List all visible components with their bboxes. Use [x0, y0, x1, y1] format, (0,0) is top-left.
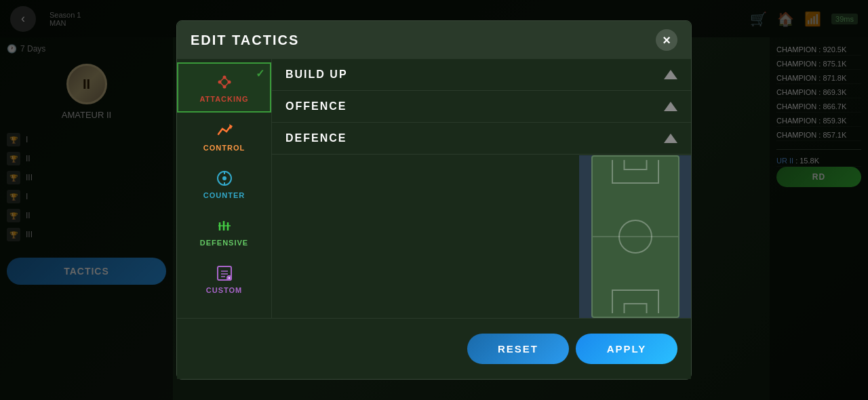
modal-body: ATTACKING CONTROL — [177, 59, 691, 318]
option-defence-label: DEFENCE — [285, 132, 347, 144]
apply-button[interactable]: APPLY — [576, 334, 677, 364]
content-area — [272, 155, 579, 318]
control-label: CONTROL — [203, 144, 245, 152]
buildup-expand-icon[interactable] — [664, 70, 677, 79]
edit-tactics-modal: EDIT TACTICS × — [176, 20, 692, 380]
custom-icon — [214, 263, 235, 283]
tactic-control[interactable]: CONTROL — [177, 113, 271, 160]
reset-button[interactable]: RESET — [467, 334, 569, 364]
option-offence[interactable]: OFFENCE — [272, 91, 691, 123]
attacking-icon — [214, 72, 235, 92]
tactics-panel: ATTACKING CONTROL — [177, 59, 272, 318]
counter-label: COUNTER — [203, 191, 245, 199]
bottom-goal-box — [623, 303, 647, 313]
field-preview-area — [272, 155, 691, 318]
svg-point-10 — [222, 176, 226, 180]
defensive-label: DEFENSIVE — [200, 239, 248, 247]
control-icon — [214, 121, 235, 141]
modal-title: EDIT TACTICS — [191, 33, 299, 48]
options-panel: BUILD UP OFFENCE DEFENCE — [272, 59, 691, 155]
svg-line-5 — [224, 77, 229, 82]
modal-header: EDIT TACTICS × — [177, 21, 691, 59]
tactic-custom[interactable]: CUSTOM — [177, 255, 271, 302]
counter-icon — [214, 168, 235, 188]
svg-line-6 — [220, 82, 224, 87]
top-goal-box — [623, 160, 647, 170]
option-buildup-label: BUILD UP — [285, 68, 348, 81]
modal-footer: RESET APPLY — [177, 318, 691, 379]
tactic-attacking[interactable]: ATTACKING — [177, 62, 271, 113]
tactic-defensive[interactable]: DEFENSIVE — [177, 207, 271, 255]
right-options-area: BUILD UP OFFENCE DEFENCE — [272, 59, 691, 318]
option-offence-label: OFFENCE — [285, 100, 347, 113]
defence-expand-icon[interactable] — [664, 134, 677, 143]
option-defence[interactable]: DEFENCE — [272, 123, 691, 155]
close-button[interactable]: × — [656, 29, 677, 51]
custom-label: CUSTOM — [206, 286, 242, 294]
svg-line-4 — [220, 77, 224, 82]
center-circle — [618, 220, 652, 254]
modal-overlay: EDIT TACTICS × — [0, 0, 868, 400]
tactic-counter[interactable]: COUNTER — [177, 160, 271, 207]
defensive-icon — [214, 216, 235, 236]
field-preview — [579, 155, 691, 318]
soccer-field — [591, 155, 679, 318]
option-build-up[interactable]: BUILD UP — [272, 59, 691, 91]
offence-expand-icon[interactable] — [664, 102, 677, 111]
svg-line-7 — [224, 82, 229, 87]
attacking-label: ATTACKING — [199, 95, 248, 103]
